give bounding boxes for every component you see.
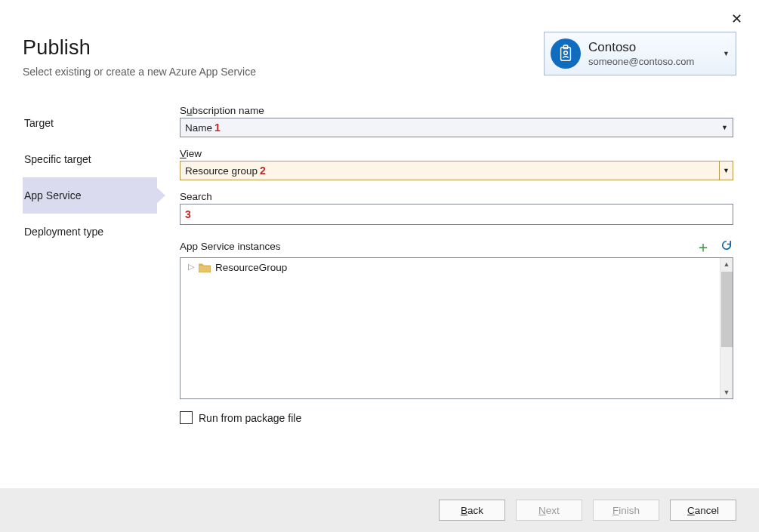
next-button: Next	[516, 500, 582, 521]
vertical-scrollbar[interactable]: ▲ ▼	[720, 258, 733, 398]
refresh-icon[interactable]	[720, 238, 733, 254]
sidebar-item-specific-target[interactable]: Specific target	[23, 141, 157, 177]
svg-rect-0	[561, 48, 571, 60]
plus-icon[interactable]: ＋	[696, 239, 711, 254]
close-icon[interactable]: ✕	[728, 11, 745, 27]
tree-row-resourcegroup[interactable]: ▷ ResourceGroup	[180, 258, 733, 275]
account-email: someone@contoso.com	[588, 56, 720, 68]
scroll-down-icon[interactable]: ▼	[724, 386, 730, 398]
instances-label: App Service instances	[180, 241, 281, 252]
subscription-label: Subscription name	[180, 105, 733, 116]
folder-icon	[199, 263, 211, 272]
subscription-value: Name	[185, 122, 212, 134]
main-panel: Subscription name Name 1 ▼ View Resource…	[157, 105, 736, 424]
checkbox-box[interactable]	[180, 411, 193, 424]
sidebar-item-label: Specific target	[24, 153, 91, 165]
chevron-down-icon: ▼	[723, 50, 730, 57]
view-value: Resource group	[185, 165, 258, 177]
cancel-button[interactable]: Cancel	[670, 500, 736, 521]
sidebar-item-label: Target	[24, 117, 54, 129]
scroll-thumb[interactable]	[721, 272, 733, 347]
svg-point-2	[564, 51, 568, 55]
finish-button: Finish	[593, 500, 659, 521]
account-texts: Contoso someone@contoso.com	[588, 39, 720, 68]
sidebar-item-app-service[interactable]: App Service	[23, 177, 157, 214]
instances-header: App Service instances ＋	[180, 238, 733, 254]
chevron-down-icon: ▼	[719, 161, 733, 180]
tree-node-label: ResourceGroup	[215, 262, 287, 273]
scroll-up-icon[interactable]: ▲	[724, 258, 730, 270]
dialog-footer: Back Next Finish Cancel	[0, 488, 759, 532]
dialog-body: Target Specific target App Service Deplo…	[0, 105, 759, 424]
sidebar-item-deployment-type[interactable]: Deployment type	[23, 214, 157, 250]
annotation-2: 2	[260, 165, 266, 177]
wizard-sidebar: Target Specific target App Service Deplo…	[23, 105, 157, 424]
publish-dialog: ✕ Contoso someone@contoso.com ▼ Publish …	[0, 0, 759, 532]
account-picker[interactable]: Contoso someone@contoso.com ▼	[544, 32, 736, 75]
account-name: Contoso	[588, 39, 720, 55]
chevron-down-icon: ▼	[721, 124, 728, 131]
annotation-3: 3	[185, 208, 191, 220]
subscription-dropdown[interactable]: Name 1 ▼	[180, 118, 733, 137]
sidebar-item-label: App Service	[24, 189, 81, 201]
run-from-package-checkbox[interactable]: Run from package file	[180, 411, 733, 424]
sidebar-item-target[interactable]: Target	[23, 105, 157, 141]
search-label: Search	[180, 191, 733, 202]
sidebar-item-label: Deployment type	[24, 226, 103, 238]
instances-tree[interactable]: ▷ ResourceGroup ▲ ▼	[180, 257, 733, 399]
view-dropdown[interactable]: Resource group 2 ▼	[180, 161, 733, 180]
checkbox-label: Run from package file	[199, 412, 301, 424]
annotation-1: 1	[214, 121, 221, 134]
view-label: View	[180, 148, 733, 159]
chevron-right-icon[interactable]: ▷	[188, 262, 194, 272]
back-button[interactable]: Back	[439, 500, 505, 521]
badge-icon	[551, 38, 581, 69]
search-input[interactable]: 3	[180, 204, 733, 225]
